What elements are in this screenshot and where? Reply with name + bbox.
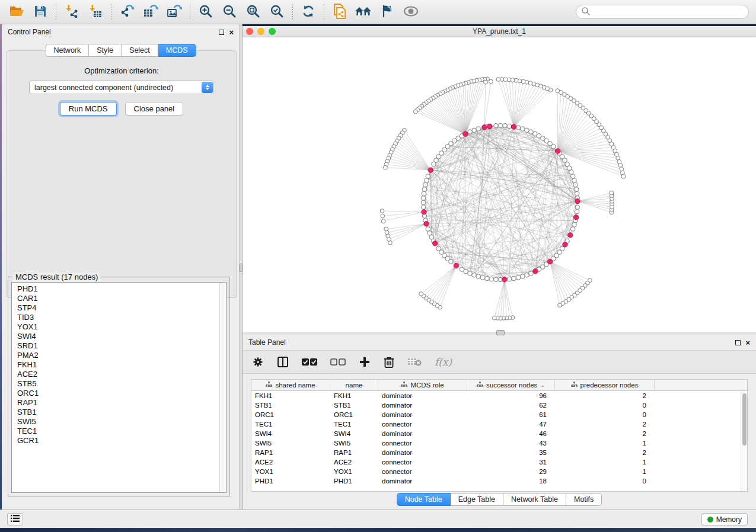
horizontal-splitter[interactable] xyxy=(243,332,756,335)
table-row[interactable]: STB1STB1dominator620 xyxy=(251,400,747,410)
delete-column-icon[interactable] xyxy=(384,354,394,370)
tab-motifs[interactable]: Motifs xyxy=(566,493,602,506)
mcds-result-item[interactable]: TID3 xyxy=(17,313,226,322)
network-node[interactable] xyxy=(574,187,579,192)
table-row[interactable]: PHD1PHD1dominator180 xyxy=(251,476,747,486)
satellite-node[interactable] xyxy=(558,303,562,307)
network-node[interactable] xyxy=(575,191,579,196)
close-panel-button[interactable]: Close panel xyxy=(125,102,184,116)
network-node[interactable] xyxy=(472,273,477,277)
dominator-node[interactable] xyxy=(428,168,433,172)
network-node[interactable] xyxy=(476,127,481,132)
dominator-node[interactable] xyxy=(463,132,468,136)
zoom-in-button[interactable] xyxy=(194,2,218,22)
satellite-node[interactable] xyxy=(419,292,423,296)
export-network-button[interactable] xyxy=(115,2,139,22)
network-node[interactable] xyxy=(503,123,508,128)
network-node[interactable] xyxy=(426,174,430,179)
satellite-node[interactable] xyxy=(496,78,500,82)
column-header-predecessor-nodes[interactable]: predecessor nodes xyxy=(555,380,655,390)
table-row[interactable]: ACE2ACE2connector311 xyxy=(251,457,747,467)
network-node[interactable] xyxy=(525,273,529,277)
export-image-button[interactable] xyxy=(162,2,186,22)
network-node[interactable] xyxy=(570,227,575,232)
network-node[interactable] xyxy=(572,178,577,183)
run-mcds-button[interactable]: Run MCDS xyxy=(60,102,117,116)
mcds-result-item[interactable]: RAP1 xyxy=(17,398,226,408)
import-table-button[interactable] xyxy=(84,2,107,22)
network-node[interactable] xyxy=(472,128,477,133)
mcds-result-item[interactable]: STB1 xyxy=(17,408,226,417)
import-network-button[interactable] xyxy=(60,2,84,22)
network-node[interactable] xyxy=(516,126,521,130)
dominator-node[interactable] xyxy=(573,215,578,220)
satellite-node[interactable] xyxy=(620,167,624,171)
mcds-result-item[interactable]: PHD1 xyxy=(17,284,226,294)
mcds-result-item[interactable]: ORC1 xyxy=(17,389,226,398)
save-session-button[interactable] xyxy=(28,2,52,22)
tab-network-table[interactable]: Network Table xyxy=(503,493,566,506)
network-node[interactable] xyxy=(476,274,481,279)
dominator-node[interactable] xyxy=(422,210,426,214)
dominator-node[interactable] xyxy=(482,125,487,130)
show-log-button[interactable] xyxy=(7,513,23,525)
dominator-node[interactable] xyxy=(487,124,492,129)
network-node[interactable] xyxy=(521,274,525,279)
dominator-node[interactable] xyxy=(511,124,516,129)
network-node[interactable] xyxy=(421,205,426,210)
network-node[interactable] xyxy=(468,271,473,276)
dominator-node[interactable] xyxy=(568,233,573,238)
network-node[interactable] xyxy=(421,196,426,201)
table-row[interactable]: TEC1TEC1connector472 xyxy=(251,419,747,429)
select-all-columns-icon[interactable] xyxy=(302,354,317,370)
toggle-annotations-button[interactable] xyxy=(375,2,399,22)
table-row[interactable]: FKH1FKH1dominator962 xyxy=(251,391,747,400)
network-node[interactable] xyxy=(432,162,436,166)
mcds-result-item[interactable]: STB5 xyxy=(17,379,226,389)
dominator-node[interactable] xyxy=(454,263,458,268)
unselect-all-columns-icon[interactable] xyxy=(330,354,346,370)
satellite-node[interactable] xyxy=(621,171,625,175)
network-node[interactable] xyxy=(570,174,575,179)
dominator-node[interactable] xyxy=(555,149,560,153)
splitter-grip[interactable] xyxy=(239,264,243,272)
network-node[interactable] xyxy=(494,123,499,128)
tab-edge-table[interactable]: Edge Table xyxy=(451,493,503,506)
dominator-node[interactable] xyxy=(533,269,538,274)
add-column-icon[interactable] xyxy=(359,354,371,370)
search-input[interactable] xyxy=(591,8,744,16)
table-row[interactable]: SWI5SWI5connector431 xyxy=(251,438,747,448)
table-options-gear-icon[interactable] xyxy=(252,354,264,370)
table-scrollbar[interactable] xyxy=(741,391,747,491)
mcds-result-item[interactable]: SRD1 xyxy=(17,341,226,351)
zoom-fit-button[interactable] xyxy=(241,2,265,22)
network-node[interactable] xyxy=(521,127,525,132)
column-header-shared-name[interactable]: shared name xyxy=(251,380,330,390)
satellite-node[interactable] xyxy=(610,191,614,195)
network-node[interactable] xyxy=(485,276,490,281)
network-node[interactable] xyxy=(423,182,428,187)
memory-button[interactable]: Memory xyxy=(701,513,748,525)
open-file-button[interactable] xyxy=(5,2,28,22)
show-network-overview-button[interactable] xyxy=(352,2,375,22)
toolbar-search-field[interactable] xyxy=(576,5,749,19)
show-column-panel-icon[interactable] xyxy=(277,354,289,370)
network-node[interactable] xyxy=(422,187,427,192)
network-node[interactable] xyxy=(425,178,429,183)
network-node[interactable] xyxy=(421,200,426,205)
network-node[interactable] xyxy=(449,259,454,264)
network-node[interactable] xyxy=(575,209,579,214)
close-panel-icon[interactable]: × xyxy=(745,340,750,345)
splitter-grip[interactable] xyxy=(496,330,505,335)
mcds-result-item[interactable]: SWI4 xyxy=(17,332,226,341)
dominator-node[interactable] xyxy=(433,241,438,246)
satellite-node[interactable] xyxy=(489,79,493,84)
network-node[interactable] xyxy=(575,205,580,210)
network-node[interactable] xyxy=(422,191,426,196)
dominator-node[interactable] xyxy=(424,222,429,226)
tab-network[interactable]: Network xyxy=(45,44,89,57)
dominator-node[interactable] xyxy=(547,259,552,264)
satellite-node[interactable] xyxy=(484,80,488,84)
network-node[interactable] xyxy=(512,276,516,281)
satellite-node[interactable] xyxy=(381,219,385,223)
